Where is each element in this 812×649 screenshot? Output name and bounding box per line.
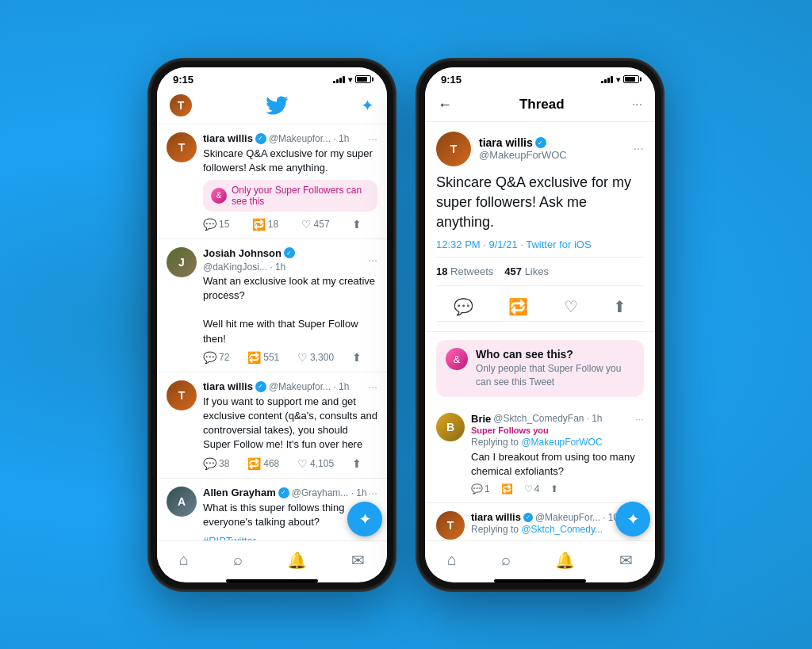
share-action[interactable]: ⬆: [352, 218, 362, 231]
nav-messages[interactable]: ✉: [613, 548, 639, 573]
more-options-icon[interactable]: ···: [368, 487, 377, 499]
retweet-icon: 🔁: [252, 218, 266, 231]
avatar-initial: J: [167, 247, 197, 277]
like-icon: ♡: [297, 351, 308, 364]
author-handle: @MakeupFor...: [535, 512, 600, 523]
reply-header: Brie @Sktch_ComedyFan · 1h ···: [471, 413, 644, 425]
author-name: tiara willis: [479, 136, 533, 149]
verified-badge: ✓: [535, 137, 546, 148]
verified-badge: ✓: [523, 513, 533, 522]
replying-to: Replying to @MakeupForWOC: [471, 437, 644, 448]
retweet-action[interactable]: 🔁: [508, 297, 528, 316]
share-action[interactable]: ⬆: [352, 351, 362, 364]
nav-home[interactable]: ⌂: [173, 548, 195, 572]
reply-action[interactable]: 💬38: [203, 457, 229, 470]
retweet-action[interactable]: 🔁551: [247, 351, 279, 364]
share-action[interactable]: ⬆: [352, 457, 362, 470]
compose-button[interactable]: ✦: [347, 502, 382, 536]
super-follow-text: Only your Super Followers can see this: [232, 185, 370, 207]
reply-action[interactable]: 💬1: [471, 483, 490, 494]
profile-avatar[interactable]: T: [170, 94, 192, 116]
main-tweet-text: Skincare Q&A exclusive for my super foll…: [436, 173, 644, 233]
status-bar-left: 9:15 ▾: [157, 67, 387, 89]
tweet-text: Want an exclusive look at my creative pr…: [203, 274, 377, 346]
reply-action[interactable]: 💬: [454, 297, 473, 316]
avatar[interactable]: T: [167, 132, 197, 162]
avatar[interactable]: A: [167, 487, 197, 517]
retweet-count: 551: [263, 352, 279, 363]
retweet-action[interactable]: 🔁18: [252, 218, 278, 231]
main-tweet-user: T tiara willis ✓ @MakeupForWOC ···: [436, 132, 644, 166]
author-name: Allen Grayham: [203, 487, 276, 498]
retweet-action[interactable]: 🔁468: [247, 457, 279, 470]
compose-button[interactable]: ✦: [615, 502, 650, 536]
tweet-body: Josiah Johnson ✓ @daKingJosi... · 1h ···…: [203, 247, 377, 364]
like-action[interactable]: ♡4: [524, 483, 540, 494]
reply-action[interactable]: 💬72: [203, 351, 229, 364]
nav-search[interactable]: ⌕: [227, 548, 249, 572]
like-icon: ♡: [297, 457, 308, 470]
reply-time: · 1h: [587, 413, 603, 424]
like-action[interactable]: ♡4,105: [297, 457, 334, 470]
home-indicator: [226, 579, 318, 582]
nav-notifications[interactable]: 🔔: [549, 548, 581, 573]
more-options-icon[interactable]: ···: [635, 413, 644, 425]
reply-to-handle[interactable]: @Sktch_Comedy...: [521, 524, 603, 535]
tweet-text: If you want to support me and get exclus…: [203, 395, 377, 452]
bottom-nav-left: ⌂ ⌕ 🔔 ✉: [157, 540, 387, 576]
tweet-feed[interactable]: T tiara willis ✓ @Makeupfor... · 1h ··· …: [157, 124, 387, 540]
twitter-logo: [265, 94, 289, 117]
more-options-icon[interactable]: ···: [632, 97, 642, 112]
more-options-icon[interactable]: ···: [634, 142, 644, 156]
nav-messages[interactable]: ✉: [345, 548, 371, 573]
nav-notifications[interactable]: 🔔: [281, 548, 313, 573]
status-icons-right: ▾: [601, 75, 639, 84]
reply-count: 38: [219, 458, 229, 469]
retweet-count: 468: [263, 458, 279, 469]
reply-icon: 💬: [203, 457, 216, 470]
avatar[interactable]: T: [436, 132, 471, 166]
tweet-header: tiara willis ✓ @Makeupfor... · 1h ···: [203, 132, 377, 145]
tweet-header: Josiah Johnson ✓ @daKingJosi... · 1h ···: [203, 247, 377, 273]
verified-badge: ✓: [255, 133, 266, 144]
like-action[interactable]: ♡: [564, 297, 578, 316]
avatar[interactable]: T: [436, 511, 465, 540]
like-action[interactable]: ♡457: [301, 218, 330, 231]
reply-action[interactable]: 💬15: [203, 218, 229, 231]
table-row: T tiara willis ✓ @Makeupfor... · 1h ··· …: [157, 124, 387, 239]
retweet-count: 18: [268, 219, 278, 230]
reply-to-handle[interactable]: @MakeupForWOC: [521, 437, 602, 448]
reply-text: Can I breakout from using too many chemi…: [471, 450, 644, 479]
more-options-icon[interactable]: ···: [368, 380, 377, 393]
sparkle-icon[interactable]: ✦: [361, 96, 374, 115]
status-bar-right: 9:15 ▾: [425, 67, 655, 89]
share-action[interactable]: ⬆: [550, 483, 558, 494]
avatar[interactable]: T: [167, 380, 197, 410]
share-action[interactable]: ⬆: [613, 297, 626, 316]
author-name: tiara willis: [471, 511, 521, 523]
nav-search[interactable]: ⌕: [495, 548, 517, 572]
timestamp-text: 12:32 PM · 9/1/21 ·: [436, 239, 526, 250]
who-can-see-box: & Who can see this? Only people that Sup…: [436, 340, 644, 397]
retweet-action[interactable]: 🔁: [501, 483, 513, 494]
tweet-hashtag[interactable]: #RIPTwitter: [203, 534, 377, 540]
avatar[interactable]: B: [436, 413, 465, 441]
more-options-icon[interactable]: ···: [368, 132, 377, 145]
like-action[interactable]: ♡3,300: [297, 351, 334, 364]
reply-icon: 💬: [203, 218, 216, 231]
author-name: tiara willis: [203, 380, 253, 392]
thread-feed[interactable]: T tiara willis ✓ @MakeupForWOC ··· Skinc…: [425, 122, 655, 540]
nav-home[interactable]: ⌂: [441, 548, 463, 572]
more-options-icon[interactable]: ···: [368, 254, 377, 266]
tweet-user: Josiah Johnson ✓ @daKingJosi... · 1h: [203, 247, 368, 273]
avatar[interactable]: J: [167, 247, 197, 277]
super-follow-badge: & Only your Super Followers can see this: [203, 180, 377, 212]
tweet-actions: 💬72 🔁551 ♡3,300 ⬆: [203, 351, 377, 364]
tweet-body: tiara willis ✓ @Makeupfor... · 1h ··· Sk…: [203, 132, 377, 231]
who-can-see-text: Who can see this? Only people that Super…: [476, 348, 634, 389]
tweet-header: tiara willis ✓ @Makeupfor... · 1h ···: [203, 380, 377, 393]
twitter-client[interactable]: Twitter for iOS: [526, 239, 591, 250]
status-icons-left: ▾: [333, 75, 371, 84]
author-name: tiara willis: [203, 132, 253, 144]
back-button[interactable]: ←: [438, 97, 452, 113]
